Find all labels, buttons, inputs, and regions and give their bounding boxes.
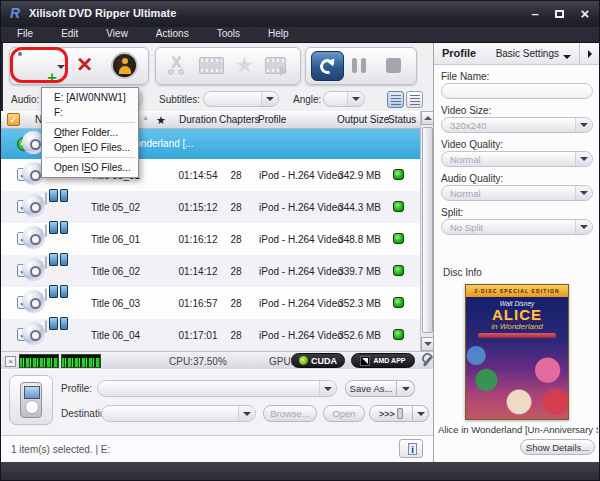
device-button[interactable]: [9, 375, 53, 425]
column-header-status[interactable]: Status: [388, 114, 416, 125]
amd-logo-icon: [360, 356, 370, 366]
table-row[interactable]: ✓ Title 06_01 01:16:12 28 iPod - H.264 V…: [1, 223, 420, 255]
save-as-dropdown-button[interactable]: [397, 380, 415, 397]
pause-button: [352, 58, 366, 77]
status-ready-icon: [393, 329, 404, 340]
cell-chapters: 28: [223, 266, 249, 277]
video-size-label: Video Size:: [441, 105, 491, 116]
delete-button[interactable]: ×: [77, 51, 92, 77]
window-footer: [1, 462, 600, 481]
amd-app-toggle-button[interactable]: AMD APP: [351, 353, 415, 368]
save-as-button[interactable]: Save As...: [345, 380, 397, 397]
table-row[interactable]: ✓ Title 06_02 01:14:12 28 iPod - H.264 V…: [1, 255, 420, 287]
table-row[interactable]: ✓ Title 06_04 01:17:01 28 iPod - H.264 V…: [1, 319, 420, 351]
cpu-gpu-bar: × CPU:37.50% GPU: CUDA AMD APP: [1, 351, 433, 369]
cover-banner-text: 2-DISC SPECIAL EDITION: [466, 285, 568, 297]
menu-tools[interactable]: Tools: [209, 27, 260, 42]
menu-item-open-ifo[interactable]: Open IFO Files...: [42, 140, 138, 155]
cell-duration: 01:14:54: [169, 170, 227, 181]
cell-name: Title 06_01: [91, 234, 140, 245]
gpu-activity-meter: [61, 354, 101, 368]
column-header-chapters[interactable]: Chapters: [219, 114, 260, 125]
cuda-toggle-button[interactable]: CUDA: [291, 353, 345, 368]
browse-button: Browse...: [263, 405, 317, 422]
selection-status-text: 1 item(s) selected. | E:: [11, 444, 110, 455]
cuda-label: CUDA: [311, 356, 337, 366]
column-header-output-size[interactable]: Output Size: [337, 114, 389, 125]
cell-name: Title 06_03: [91, 298, 140, 309]
transfer-chevrons: >>>: [379, 409, 395, 419]
nvidia-logo-icon: [299, 356, 308, 365]
status-ready-icon: [393, 297, 404, 308]
audio-quality-select: Normal: [441, 185, 593, 201]
profile-label: Profile:: [61, 383, 92, 394]
subtitles-select[interactable]: [203, 91, 279, 107]
table-row[interactable]: ✓ Title 06_03 01:16:57 28 iPod - H.264 V…: [1, 287, 420, 319]
menu-bar: File Edit View Actions Tools Help: [1, 27, 600, 43]
select-all-checkbox[interactable]: ✓: [7, 113, 20, 126]
output-panel: [1, 369, 433, 435]
angle-select[interactable]: [323, 91, 365, 107]
close-button[interactable]: ×: [573, 5, 597, 22]
minimize-button[interactable]: –: [523, 5, 547, 22]
profile-panel-header: Profile Basic Settings: [434, 43, 599, 65]
amd-label: AMD APP: [373, 357, 405, 364]
view-thumbnail-button[interactable]: [406, 91, 423, 108]
menu-item-open-iso[interactable]: Open ISO Files...: [42, 160, 138, 175]
transfer-to-device-button[interactable]: >>>: [369, 405, 413, 422]
scissors-icon: [165, 55, 187, 75]
basic-settings-arrow-icon[interactable]: [563, 55, 571, 63]
cell-name: Title 06_02: [91, 266, 140, 277]
transfer-dropdown-button[interactable]: [413, 405, 429, 422]
status-ready-icon: [393, 265, 404, 276]
sort-asc-icon[interactable]: ▲: [142, 114, 149, 121]
status-ready-icon: [393, 233, 404, 244]
status-ready-icon: [393, 169, 404, 180]
collapse-panel-button[interactable]: [579, 43, 599, 65]
menu-actions[interactable]: Actions: [148, 27, 209, 42]
cell-chapters: 28: [223, 298, 249, 309]
menu-item-other-folder[interactable]: Other Folder...: [42, 125, 138, 140]
menu-item-drive-e[interactable]: E: [AIW0NNW1]: [42, 90, 138, 105]
split-select: No Split: [441, 219, 593, 235]
scrollbar-thumb[interactable]: [422, 127, 433, 333]
column-header-favorite-icon[interactable]: ★: [156, 114, 166, 127]
menu-view[interactable]: View: [98, 27, 148, 42]
destination-select[interactable]: [101, 405, 256, 422]
menu-help[interactable]: Help: [260, 27, 309, 42]
app-logo-icon: R: [10, 5, 20, 21]
open-dvd-menu: E: [AIW0NNW1] F: Other Folder... Open IF…: [41, 87, 139, 178]
panel-title: Profile: [442, 47, 476, 59]
cell-duration: 01:17:01: [169, 330, 227, 341]
close-icon: ×: [581, 5, 590, 22]
file-name-input[interactable]: [441, 83, 593, 99]
show-details-button[interactable]: Show Details...: [520, 439, 595, 455]
table-row[interactable]: ✓ Title 05_02 01:15:12 28 iPod - H.264 V…: [1, 191, 420, 223]
profile-select[interactable]: [97, 380, 337, 397]
file-name-label: File Name:: [441, 71, 489, 82]
maximize-button[interactable]: [547, 5, 571, 22]
table-scrollbar[interactable]: [420, 111, 433, 351]
basic-settings-dropdown[interactable]: Basic Settings: [496, 48, 559, 59]
cell-output-size: 344.3 MB: [327, 202, 381, 213]
cover-artwork: Walt Disney ALICE in Wonderland: [466, 297, 568, 419]
info-button[interactable]: i: [399, 439, 423, 458]
show-details-label: Show Details...: [526, 442, 589, 453]
clip-button: [165, 55, 187, 75]
merge-button: [199, 57, 224, 74]
cell-output-size: 352.3 MB: [327, 298, 381, 309]
column-header-profile[interactable]: Profile: [258, 114, 286, 125]
collapse-arrow-icon: [588, 50, 596, 58]
person-button[interactable]: [111, 52, 138, 79]
meter-close-button[interactable]: ×: [5, 356, 16, 367]
column-header-duration[interactable]: Duration: [179, 114, 217, 125]
menu-file[interactable]: File: [9, 27, 53, 42]
cell-duration: 01:16:12: [169, 234, 227, 245]
cover-title-text: ALICE: [466, 307, 568, 322]
video-size-value: 320x240: [450, 120, 486, 131]
menu-item-drive-f[interactable]: F:: [42, 105, 138, 120]
view-detail-button[interactable]: [387, 91, 404, 108]
convert-sync-icon: [318, 56, 338, 76]
convert-button[interactable]: [311, 51, 344, 81]
menu-edit[interactable]: Edit: [53, 27, 98, 42]
